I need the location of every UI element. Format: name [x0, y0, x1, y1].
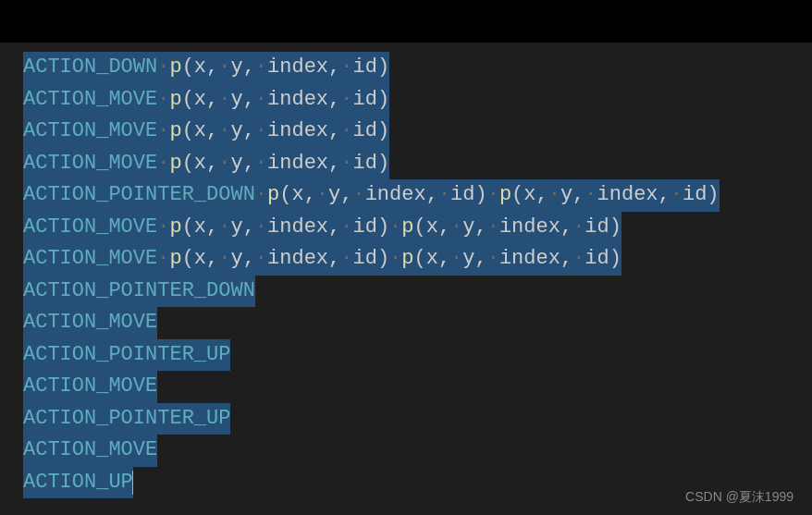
params-token: (x, [182, 84, 219, 116]
params-token: id) [683, 179, 720, 212]
code-editor[interactable]: ACTION_DOWN·p(x,·y,·index,·id)ACTION_MOV… [0, 43, 812, 498]
whitespace-token: · [340, 212, 352, 244]
identifier-token: p [401, 243, 413, 276]
code-line[interactable]: ACTION_POINTER_UP [23, 403, 812, 435]
whitespace-token: · [157, 52, 169, 84]
params-token: y, [328, 179, 352, 212]
whitespace-token: · [157, 148, 169, 180]
params-token: id) [352, 84, 389, 116]
whitespace-token: · [487, 243, 499, 276]
whitespace-token: · [218, 116, 230, 148]
whitespace-token: · [255, 179, 267, 212]
action-token: ACTION_POINTER_UP [23, 403, 230, 435]
whitespace-token: · [450, 243, 462, 276]
code-line[interactable]: ACTION_MOVE·p(x,·y,·index,·id)·p(x,·y,·i… [23, 243, 812, 276]
action-token: ACTION_MOVE [23, 307, 157, 339]
whitespace-token: · [255, 148, 267, 180]
params-token: (x, [414, 243, 451, 276]
whitespace-token: · [671, 179, 683, 212]
whitespace-token: · [255, 84, 267, 116]
action-token: ACTION_MOVE [23, 212, 157, 244]
whitespace-token: · [218, 212, 230, 244]
params-token: index, [499, 212, 572, 244]
action-token: ACTION_MOVE [23, 371, 157, 403]
whitespace-token: · [340, 243, 352, 276]
whitespace-token: · [255, 243, 267, 276]
code-line[interactable]: ACTION_MOVE [23, 307, 812, 339]
params-token: y, [230, 212, 254, 244]
params-token: id) [584, 243, 621, 276]
whitespace-token: · [340, 116, 352, 148]
action-token: ACTION_MOVE [23, 148, 157, 180]
action-token: ACTION_MOVE [23, 116, 157, 148]
action-token: ACTION_POINTER_DOWN [23, 276, 255, 308]
code-line[interactable]: ACTION_POINTER_UP [23, 339, 812, 372]
params-token: (x, [182, 52, 219, 84]
watermark: CSDN @夏沫1999 [685, 489, 794, 506]
code-line[interactable]: ACTION_MOVE·p(x,·y,·index,·id) [23, 116, 812, 148]
code-line[interactable]: ACTION_MOVE·p(x,·y,·index,·id) [23, 84, 812, 116]
whitespace-token: · [340, 148, 352, 180]
whitespace-token: · [450, 212, 462, 244]
text-cursor [132, 471, 133, 495]
top-bar [0, 0, 812, 43]
params-token: id) [450, 179, 487, 212]
params-token: y, [462, 212, 486, 244]
action-token: ACTION_DOWN [23, 52, 157, 84]
code-line[interactable]: ACTION_POINTER_DOWN·p(x,·y,·index,·id)·p… [23, 179, 812, 212]
whitespace-token: · [572, 212, 584, 244]
params-token: (x, [279, 179, 316, 212]
params-token: (x, [182, 116, 219, 148]
whitespace-token: · [572, 243, 584, 276]
whitespace-token: · [340, 52, 352, 84]
params-token: index, [267, 52, 340, 84]
code-line[interactable]: ACTION_MOVE [23, 371, 812, 403]
params-token: index, [597, 179, 671, 212]
code-line[interactable]: ACTION_POINTER_DOWN [23, 276, 812, 308]
whitespace-token: · [340, 84, 352, 116]
whitespace-token: · [157, 116, 169, 148]
params-token: index, [499, 243, 572, 276]
whitespace-token: · [218, 148, 230, 180]
params-token: index, [267, 148, 340, 180]
action-token: ACTION_POINTER_UP [23, 339, 230, 372]
whitespace-token: · [389, 243, 401, 276]
params-token: index, [267, 243, 340, 276]
params-token: index, [267, 212, 340, 244]
params-token: index, [267, 84, 340, 116]
code-line[interactable]: ACTION_MOVE·p(x,·y,·index,·id)·p(x,·y,·i… [23, 212, 812, 244]
params-token: y, [230, 148, 254, 180]
params-token: index, [365, 179, 438, 212]
params-token: (x, [182, 243, 219, 276]
params-token: id) [352, 116, 389, 148]
code-line[interactable]: ACTION_MOVE [23, 435, 812, 467]
whitespace-token: · [218, 84, 230, 116]
identifier-token: p [169, 243, 181, 276]
params-token: y, [560, 179, 584, 212]
params-token: y, [462, 243, 486, 276]
whitespace-token: · [487, 179, 499, 212]
identifier-token: p [499, 179, 511, 212]
params-token: id) [584, 212, 621, 244]
action-token: ACTION_POINTER_DOWN [23, 179, 255, 212]
whitespace-token: · [255, 52, 267, 84]
code-line[interactable]: ACTION_DOWN·p(x,·y,·index,·id) [23, 52, 812, 84]
whitespace-token: · [157, 84, 169, 116]
whitespace-token: · [548, 179, 560, 212]
identifier-token: p [169, 212, 181, 244]
identifier-token: p [401, 212, 413, 244]
params-token: y, [230, 243, 254, 276]
params-token: y, [230, 84, 254, 116]
params-token: (x, [511, 179, 548, 212]
code-line[interactable]: ACTION_MOVE·p(x,·y,·index,·id) [23, 148, 812, 180]
params-token: (x, [182, 148, 219, 180]
identifier-token: p [267, 179, 279, 212]
identifier-token: p [169, 52, 181, 84]
whitespace-token: · [157, 243, 169, 276]
params-token: (x, [182, 212, 219, 244]
params-token: y, [230, 116, 254, 148]
action-token: ACTION_MOVE [23, 243, 157, 276]
action-token: ACTION_UP [23, 467, 133, 499]
action-token: ACTION_MOVE [23, 84, 157, 116]
identifier-token: p [169, 116, 181, 148]
